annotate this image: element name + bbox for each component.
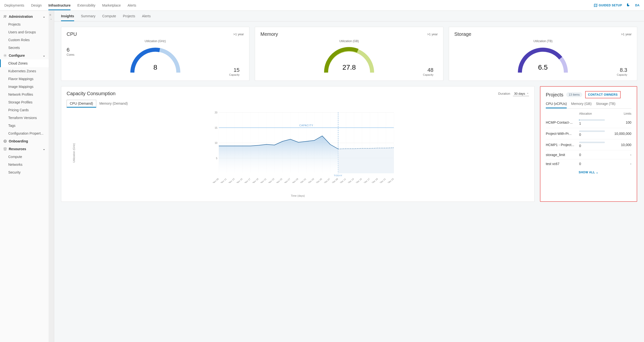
- chevron-down-icon: ⌄: [43, 15, 45, 18]
- sidebar-group-label: Configure: [9, 54, 25, 57]
- nav-alerts[interactable]: Alerts: [128, 1, 136, 10]
- sidebar-group-resources[interactable]: Resources ⌄: [0, 145, 48, 153]
- proj-tab-storage[interactable]: Storage (TB): [596, 102, 615, 108]
- svg-text:Dec 23: Dec 23: [387, 178, 394, 183]
- theme-toggle[interactable]: [627, 3, 630, 7]
- svg-text:Nov 13: Nov 13: [228, 178, 235, 183]
- svg-text:Dec 03: Dec 03: [308, 178, 314, 183]
- moon-icon: [627, 3, 630, 7]
- sidebar-item-tags[interactable]: Tags: [0, 122, 48, 129]
- projects-title: Projects: [546, 92, 563, 98]
- chart-plot: Utilization (GHz) 5101520CAPACITYTODAYNo…: [66, 110, 529, 193]
- card-title: CPU: [66, 31, 77, 37]
- projects-rows: HCMP-Contact-...1100Project-With-Pr...01…: [546, 117, 631, 168]
- sidebar-group-onboarding[interactable]: Onboarding: [0, 137, 48, 145]
- svg-text:Nov 11: Nov 11: [220, 178, 227, 183]
- content-area: Insights Summary Compute Projects Alerts…: [54, 11, 644, 342]
- table-row[interactable]: Project-With-Pr...010,000,000: [546, 128, 631, 139]
- svg-text:Nov 15: Nov 15: [236, 178, 243, 183]
- duration-dropdown[interactable]: 30 days: [513, 91, 529, 96]
- sidebar-item-image-mappings[interactable]: Image Mappings: [0, 83, 48, 91]
- svg-text:Dec 21: Dec 21: [379, 178, 386, 183]
- sidebar-item-security[interactable]: Security: [0, 168, 48, 176]
- gauge-chart: 8: [126, 44, 184, 75]
- svg-text:Dec 17: Dec 17: [364, 178, 370, 183]
- tab-summary[interactable]: Summary: [81, 14, 96, 21]
- chevron-down-icon: ⌄: [43, 147, 45, 151]
- sidebar-group-administration[interactable]: Administration ⌄: [0, 13, 48, 21]
- gauge-card-storage: Storage >1 year Utilization (TB) 6.5 8.3…: [449, 27, 637, 81]
- chart-ylabel: Utilization (GHz): [72, 143, 75, 162]
- table-row[interactable]: HCMP1 - Project...010,000: [546, 139, 631, 150]
- project-allocation: 0: [579, 162, 605, 166]
- sidebar-collapse-button[interactable]: «: [49, 13, 51, 17]
- table-row[interactable]: storage_limit0-: [546, 150, 631, 159]
- sidebar-item-users-groups[interactable]: Users and Groups: [0, 28, 48, 36]
- nav-design[interactable]: Design: [31, 1, 42, 10]
- nav-infrastructure[interactable]: Infrastructure: [48, 1, 70, 10]
- scroll-up-icon[interactable]: ⌃: [50, 19, 52, 21]
- proj-tab-memory[interactable]: Memory (GB): [571, 102, 592, 108]
- svg-text:Dec 05: Dec 05: [316, 178, 322, 183]
- chart-tab-memory[interactable]: Memory (Demand): [96, 100, 131, 108]
- sidebar-item-custom-roles[interactable]: Custom Roles: [0, 36, 48, 44]
- sidebar-item-secrets[interactable]: Secrets: [0, 44, 48, 52]
- top-nav: Deployments Design Infrastructure Extens…: [0, 0, 644, 11]
- svg-text:Dec 19: Dec 19: [372, 178, 378, 183]
- show-all-label: SHOW ALL: [578, 171, 595, 174]
- gauge-subtitle: Utilization (TB): [454, 40, 632, 43]
- project-allocation: 0: [579, 153, 605, 157]
- sidebar-item-flavor-mappings[interactable]: Flavor Mappings: [0, 75, 48, 83]
- projects-tabs: CPU (vCPUs) Memory (GB) Storage (TB): [546, 102, 631, 109]
- sidebar-group-configure[interactable]: Configure ⌄: [0, 52, 48, 59]
- sidebar-item-pricing-cards[interactable]: Pricing Cards: [0, 106, 48, 114]
- sidebar-item-terraform-versions[interactable]: Terraform Versions: [0, 114, 48, 122]
- chart-tab-cpu[interactable]: CPU (Demand): [66, 100, 96, 108]
- gauge-capacity: 15 Capacity: [229, 67, 240, 76]
- card-title: Memory: [260, 31, 278, 37]
- sidebar-group-label: Administration: [9, 15, 33, 19]
- nav-deployments[interactable]: Deployments: [4, 1, 24, 10]
- sidebar-item-network-profiles[interactable]: Network Profiles: [0, 91, 48, 98]
- project-allocation: 1: [579, 119, 605, 125]
- nav-extensibility[interactable]: Extensibility: [77, 1, 95, 10]
- line-chart-svg: 5101520CAPACITYTODAYNov 09Nov 11Nov 13No…: [79, 110, 529, 183]
- gauge-card-memory: Memory >1 year Utilization (GB) 27.8 48 …: [255, 27, 443, 81]
- guided-setup-button[interactable]: GUIDED SETUP: [594, 4, 622, 7]
- table-row[interactable]: HCMP-Contact-...1100: [546, 117, 631, 128]
- sidebar-item-networks[interactable]: Networks: [0, 161, 48, 168]
- contact-owners-button[interactable]: CONTACT OWNERS: [585, 91, 621, 98]
- sidebar-item-cloud-zones[interactable]: Cloud Zones: [0, 59, 48, 67]
- svg-text:Dec 11: Dec 11: [340, 178, 346, 183]
- svg-text:5: 5: [216, 157, 217, 160]
- card-timeframe: >1 year: [621, 32, 632, 36]
- sidebar-item-storage-profiles[interactable]: Storage Profiles: [0, 98, 48, 106]
- projects-count-badge: 13 items: [566, 92, 582, 97]
- project-limit: -: [606, 162, 631, 166]
- show-all-button[interactable]: SHOW ALL ⌄: [546, 168, 631, 174]
- project-name: Project-With-Pr...: [546, 132, 578, 136]
- proj-tab-cpu[interactable]: CPU (vCPUs): [546, 102, 567, 108]
- table-row[interactable]: test vc670-: [546, 159, 631, 168]
- project-name: HCMP1 - Project...: [546, 143, 578, 147]
- tab-compute[interactable]: Compute: [102, 14, 116, 21]
- svg-text:Dec 07: Dec 07: [324, 178, 330, 183]
- svg-text:20: 20: [215, 111, 218, 114]
- sidebar-item-projects[interactable]: Projects: [0, 21, 48, 28]
- capacity-label: Capacity: [229, 73, 240, 76]
- tab-insights[interactable]: Insights: [61, 14, 74, 21]
- gauge-capacity: 8.3 Capacity: [617, 67, 627, 76]
- gauge-row: CPU >1 year 6 Cores Utilization (GHz) 8: [61, 27, 637, 81]
- users-icon: [4, 15, 7, 18]
- sidebar-item-compute[interactable]: Compute: [0, 153, 48, 161]
- capacity-label: Capacity: [423, 73, 434, 76]
- card-title: Storage: [454, 31, 472, 37]
- chart-tabs: CPU (Demand) Memory (Demand): [66, 100, 529, 108]
- nav-marketplace[interactable]: Marketplace: [102, 1, 120, 10]
- sidebar-item-kubernetes-zones[interactable]: Kubernetes Zones: [0, 67, 48, 75]
- sidebar-item-configuration-properties[interactable]: Configuration Propert...: [0, 129, 48, 137]
- gauge-chart: 6.5: [514, 44, 572, 75]
- tab-alerts[interactable]: Alerts: [142, 14, 151, 21]
- tab-projects[interactable]: Projects: [123, 14, 135, 21]
- svg-text:10: 10: [215, 142, 218, 144]
